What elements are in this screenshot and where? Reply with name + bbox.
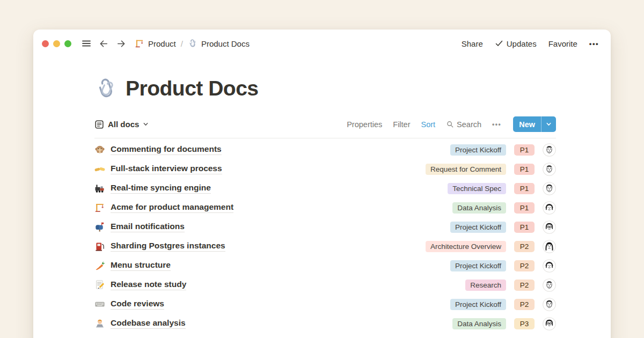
technologist-icon bbox=[94, 318, 105, 329]
new-button-dropdown[interactable] bbox=[541, 116, 556, 132]
doc-type-tag: Research bbox=[465, 280, 506, 291]
page-header: Product Docs bbox=[94, 77, 556, 100]
paperclip-icon bbox=[94, 77, 118, 100]
doc-title-link[interactable]: Real-time syncing engine bbox=[111, 183, 211, 194]
breadcrumb-label: Product Docs bbox=[201, 39, 250, 48]
doc-type-tag: Project Kickoff bbox=[450, 260, 506, 271]
hamburger-menu-icon[interactable] bbox=[80, 37, 93, 50]
assignee-avatar-woman2 bbox=[543, 221, 556, 234]
doc-title-link[interactable]: Email notifications bbox=[111, 222, 185, 232]
minimize-window-button[interactable] bbox=[53, 40, 60, 47]
back-arrow-icon[interactable] bbox=[97, 37, 110, 50]
doc-row[interactable]: Acme for product management Data Analysi… bbox=[94, 198, 556, 217]
updates-label: Updates bbox=[507, 39, 537, 48]
filter-button[interactable]: Filter bbox=[393, 120, 410, 129]
crane-icon bbox=[94, 202, 105, 213]
close-window-button[interactable] bbox=[42, 40, 49, 47]
priority-badge: P2 bbox=[514, 299, 535, 310]
topbar-actions: Share Updates Favorite ••• bbox=[462, 39, 599, 48]
breadcrumb-item-product-docs[interactable]: Product Docs bbox=[188, 39, 250, 48]
doc-row[interactable]: Commenting for documents Project Kickoff… bbox=[94, 140, 556, 159]
assignee-avatar-woman2 bbox=[543, 317, 556, 330]
crane-icon bbox=[135, 39, 144, 48]
priority-badge: P2 bbox=[514, 241, 535, 252]
priority-badge: P2 bbox=[514, 260, 535, 271]
doc-title-link[interactable]: Full-stack interview process bbox=[111, 164, 222, 174]
updates-button[interactable]: Updates bbox=[495, 39, 537, 48]
doc-row[interactable]: Full-stack interview process Request for… bbox=[94, 159, 556, 179]
doc-title-link[interactable]: Release note study bbox=[111, 280, 186, 290]
doc-title-link[interactable]: Menu structure bbox=[111, 260, 171, 271]
priority-badge: P2 bbox=[514, 280, 535, 291]
doc-row[interactable]: Codebase analysis Data Analysis P3 bbox=[94, 314, 556, 333]
assignee-avatar-woman1 bbox=[543, 201, 556, 215]
mailbox-icon bbox=[94, 222, 105, 232]
doc-type-tag: Architecture Overview bbox=[426, 241, 506, 252]
fuelpump-icon bbox=[94, 241, 105, 252]
doc-type-tag: Project Kickoff bbox=[450, 144, 506, 156]
keyboard-icon bbox=[94, 299, 105, 310]
priority-badge: P1 bbox=[514, 222, 535, 233]
page-content: Product Docs All docs Properties Filter … bbox=[94, 77, 556, 333]
doc-row[interactable]: Menu structure Project Kickoff P2 bbox=[94, 256, 556, 275]
assignee-avatar-woman1 bbox=[543, 259, 556, 273]
breadcrumb-separator: / bbox=[181, 39, 183, 48]
app-window: Product / Product Docs Share Updates Fav… bbox=[33, 30, 611, 338]
window-controls bbox=[42, 40, 71, 47]
doc-row[interactable]: Real-time syncing engine Technical Spec … bbox=[94, 179, 556, 198]
search-label: Search bbox=[457, 120, 481, 129]
assignee-avatar-man2 bbox=[543, 182, 556, 195]
doc-type-tag: Project Kickoff bbox=[450, 222, 506, 233]
priority-badge: P1 bbox=[514, 144, 535, 156]
assignee-avatar-man2 bbox=[543, 298, 556, 311]
breadcrumb-label: Product bbox=[148, 39, 176, 48]
doc-title-link[interactable]: Code reviews bbox=[111, 299, 164, 310]
properties-button[interactable]: Properties bbox=[347, 120, 382, 129]
assignee-avatar-man1 bbox=[543, 143, 556, 157]
view-switcher-all-docs[interactable]: All docs bbox=[94, 120, 149, 129]
memo-icon bbox=[94, 280, 105, 290]
doc-row[interactable]: Sharding Postgres instances Architecture… bbox=[94, 237, 556, 256]
doc-type-tag: Technical Spec bbox=[448, 183, 506, 194]
view-more-button[interactable]: ••• bbox=[492, 121, 501, 128]
doc-row[interactable]: Release note study Research P2 bbox=[94, 275, 556, 295]
priority-badge: P3 bbox=[514, 318, 535, 329]
new-button-label[interactable]: New bbox=[513, 116, 541, 132]
check-icon bbox=[495, 39, 503, 48]
maximize-window-button[interactable] bbox=[64, 40, 71, 47]
breadcrumb-item-product[interactable]: Product bbox=[135, 39, 176, 48]
breadcrumb: Product / Product Docs bbox=[135, 39, 250, 48]
forward-arrow-icon[interactable] bbox=[114, 37, 127, 50]
doc-title-link[interactable]: Acme for product management bbox=[111, 202, 233, 213]
sort-button[interactable]: Sort bbox=[421, 120, 436, 129]
doc-type-tag: Data Analysis bbox=[452, 318, 506, 329]
doc-title-link[interactable]: Codebase analysis bbox=[111, 318, 186, 329]
favorite-button[interactable]: Favorite bbox=[548, 39, 577, 48]
doc-type-tag: Data Analysis bbox=[452, 202, 506, 214]
docs-list: Commenting for documents Project Kickoff… bbox=[94, 138, 556, 333]
page-title: Product Docs bbox=[126, 77, 259, 100]
more-options-button[interactable]: ••• bbox=[589, 40, 599, 48]
monkey-icon bbox=[94, 144, 105, 155]
locomotive-icon bbox=[94, 183, 105, 194]
view-toolbar: All docs Properties Filter Sort Search •… bbox=[94, 116, 556, 138]
search-button[interactable]: Search bbox=[446, 120, 481, 129]
assignee-avatar-man1 bbox=[543, 278, 556, 292]
view-label: All docs bbox=[108, 120, 139, 129]
doc-title-link[interactable]: Commenting for documents bbox=[111, 144, 222, 155]
doc-title-link[interactable]: Sharding Postgres instances bbox=[111, 241, 225, 252]
chevron-down-icon bbox=[546, 121, 552, 127]
carrot-icon bbox=[94, 260, 105, 271]
priority-badge: P1 bbox=[514, 202, 535, 214]
doc-row[interactable]: Code reviews Project Kickoff P2 bbox=[94, 295, 556, 314]
share-button[interactable]: Share bbox=[462, 39, 483, 48]
assignee-avatar-woman3 bbox=[543, 240, 556, 253]
chevron-down-icon bbox=[143, 121, 149, 127]
window-topbar: Product / Product Docs Share Updates Fav… bbox=[33, 30, 611, 57]
assignee-avatar-man1 bbox=[543, 163, 556, 176]
paperclip-icon bbox=[188, 39, 197, 48]
doc-row[interactable]: Email notifications Project Kickoff P1 bbox=[94, 217, 556, 237]
new-button[interactable]: New bbox=[513, 116, 556, 132]
handshake-icon bbox=[94, 164, 105, 174]
list-view-icon bbox=[94, 120, 104, 129]
